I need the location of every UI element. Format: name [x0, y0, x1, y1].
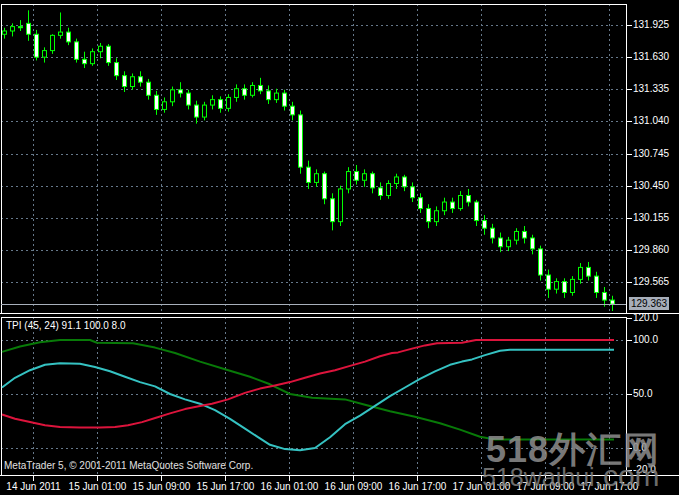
candle-body-bear [355, 172, 359, 181]
copyright-text: MetaTrader 5, © 2001-2011 MetaQuotes Sof… [4, 460, 253, 471]
candle-body-bull [387, 184, 391, 196]
candle-body-bull [395, 177, 399, 184]
candle-body-bear [475, 202, 479, 221]
candle-body-bear [219, 100, 223, 109]
candle-body-bull [99, 46, 103, 51]
candle-body-bull [515, 231, 519, 240]
candle-body-bear [155, 95, 159, 109]
candle-body-bull [315, 174, 319, 183]
candle-body-bear [539, 249, 543, 275]
candle-body-bear [179, 90, 183, 93]
candle-body-bull [163, 102, 167, 110]
candle-body-bear [307, 167, 311, 182]
mt5-chart-window: 131.925131.630131.335131.040130.745130.4… [0, 0, 679, 495]
candle-body-bear [611, 300, 615, 304]
tpi-red-line [2, 340, 614, 428]
candle-body-bull [251, 85, 255, 95]
price-axis-label: 131.925 [633, 19, 669, 31]
candle-body-bull [59, 32, 63, 35]
candle-body-bull [555, 282, 559, 290]
candle-body-bull [227, 97, 231, 108]
candle-body-bull [51, 35, 55, 50]
candle-body-bear [451, 202, 455, 209]
candle-body-bear [323, 174, 327, 199]
candle-body-bear [491, 228, 495, 238]
indicator-axis-label: -20.0 [633, 464, 656, 476]
candle-body-bear [67, 32, 71, 42]
candle-body-bear [283, 93, 287, 106]
tpi-cyan-line [2, 350, 614, 451]
candle-body-bear [139, 77, 143, 82]
candle-body-bear [603, 292, 607, 300]
candle-body-bear [83, 59, 87, 63]
price-axis-label: 131.040 [633, 115, 669, 127]
price-axis-label: 131.630 [633, 51, 669, 63]
candle-body-bear [547, 275, 551, 289]
candle-body-bear [147, 82, 151, 95]
time-axis-label: 17 Jun 17:00 [581, 481, 639, 493]
candle-body-bear [115, 63, 119, 76]
indicator-axis-label: 100.0 [633, 334, 658, 346]
candle-body-bear [467, 196, 471, 203]
candle-body-bear [27, 23, 31, 34]
candle-body-bear [187, 93, 191, 105]
time-axis-label: 14 Jun 2011 [6, 481, 60, 493]
candle-body-bull [3, 31, 7, 34]
candle-body-bull [211, 100, 215, 105]
candle-body-bull [571, 279, 575, 292]
candle-body-bear [523, 231, 527, 238]
candle-body-bear [595, 276, 599, 292]
candle-body-bear [483, 221, 487, 229]
price-axis-label: 130.745 [633, 148, 669, 160]
candle-body-bear [499, 238, 503, 247]
candle-body-bull [443, 202, 447, 211]
indicator-axis-label: 120.0 [633, 312, 658, 324]
indicator-axis-label: 0.0 [633, 442, 647, 454]
candle-body-bear [411, 187, 415, 198]
candle-body-bear [291, 106, 295, 115]
candle-body-bear [35, 34, 39, 57]
candle-body-bull [275, 93, 279, 100]
candle-body-bear [107, 46, 111, 62]
time-axis-label: 16 Jun 09:00 [325, 481, 383, 493]
candle-body-bear [19, 27, 23, 28]
candle-body-bear [267, 91, 271, 100]
candle-body-bull [579, 267, 583, 279]
price-axis-label: 130.155 [633, 212, 669, 224]
indicator-title: TPI (45, 24) 91.1 100.0 8.0 [6, 320, 126, 331]
time-axis-label: 17 Jun 01:00 [453, 481, 511, 493]
candle-body-bear [259, 85, 263, 90]
candle-body-bear [427, 209, 431, 222]
candle-body-bear [331, 199, 335, 222]
candle-body-bear [403, 177, 407, 187]
candle-body-bull [507, 240, 511, 247]
time-axis-label: 15 Jun 01:00 [69, 481, 127, 493]
candle-body-bear [563, 282, 567, 293]
candle-body-bear [243, 89, 247, 96]
candle-body-bull [11, 27, 15, 31]
price-axis-label: 129.860 [633, 244, 669, 256]
time-axis-label: 15 Jun 09:00 [133, 481, 191, 493]
candle-body-bear [123, 76, 127, 87]
candle-body-bear [299, 115, 303, 167]
candle-body-bull [339, 189, 343, 222]
candle-body-bull [235, 89, 239, 98]
candle-body-bull [43, 51, 47, 58]
candle-body-bear [587, 267, 591, 276]
candle-body-bear [419, 198, 423, 209]
tpi-green-line [2, 340, 614, 439]
candle-body-bear [371, 174, 375, 188]
price-axis-label: 130.450 [633, 180, 669, 192]
candle-body-bull [347, 172, 351, 189]
price-axis-label: 129.565 [633, 276, 669, 288]
time-axis-label: 15 Jun 17:00 [197, 481, 255, 493]
candle-body-bull [459, 196, 463, 209]
candle-body-bear [531, 238, 535, 249]
time-axis-label: 16 Jun 01:00 [261, 481, 319, 493]
candle-body-bull [91, 52, 95, 64]
candle-body-bear [75, 42, 79, 59]
candle-body-bear [195, 105, 199, 117]
chart-canvas[interactable] [0, 0, 679, 495]
candle-body-bull [363, 174, 367, 181]
main-panel-border [2, 5, 627, 314]
